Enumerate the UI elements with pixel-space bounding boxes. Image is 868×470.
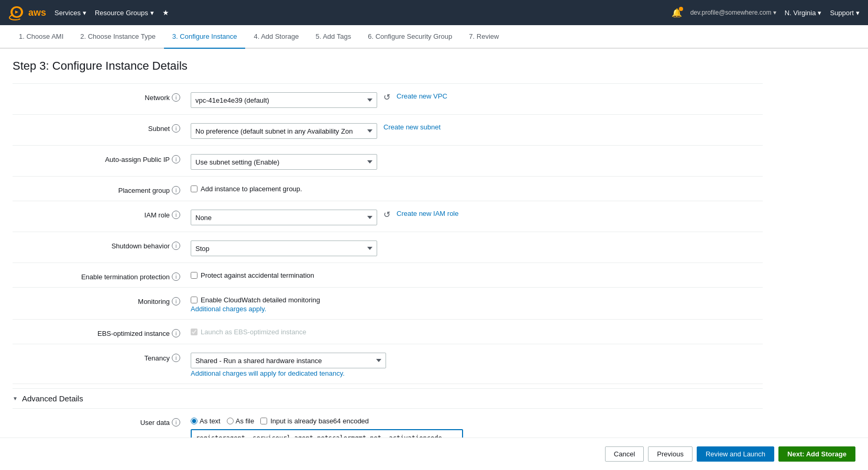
monitoring-info-icon[interactable]: i <box>172 297 180 305</box>
shutdown-behavior-select[interactable]: Stop Terminate <box>191 241 377 256</box>
resource-groups-chevron-icon: ▾ <box>150 9 154 17</box>
form-section: Network i vpc-41e1e4e39 (default) ↺ Crea… <box>13 83 763 384</box>
tenancy-select[interactable]: Shared - Run a shared hardware instance … <box>191 353 386 368</box>
shutdown-behavior-controls: Stop Terminate <box>191 238 763 256</box>
tab-add-tags[interactable]: 5. Add Tags <box>307 25 359 49</box>
user-info[interactable]: dev.profile@somewhere.com ▾ <box>690 9 776 16</box>
tenancy-controls: Shared - Run a shared hardware instance … <box>191 351 763 377</box>
termination-protection-controls: Protect against accidental termination <box>191 269 763 279</box>
ebs-optimized-info-icon[interactable]: i <box>172 329 180 337</box>
ebs-optimized-row: EBS-optimized instance i Launch as EBS-o… <box>13 320 763 344</box>
tab-add-storage[interactable]: 4. Add Storage <box>245 25 307 49</box>
next-add-storage-button[interactable]: Next: Add Storage <box>778 446 855 462</box>
network-controls: vpc-41e1e4e39 (default) ↺ Create new VPC <box>191 90 763 108</box>
user-data-radio-group: As text As file Input is already base64 … <box>191 417 369 425</box>
tenancy-additional-charges-link[interactable]: Additional charges will apply for dedica… <box>191 369 386 377</box>
tenancy-label: Tenancy i <box>13 351 191 362</box>
iam-role-label: IAM role i <box>13 207 191 219</box>
top-navigation: aws Services ▾ Resource Groups ▾ ★ 🔔 dev… <box>0 0 868 25</box>
network-label: Network i <box>13 90 191 102</box>
subnet-row: Subnet i No preference (default subnet i… <box>13 115 763 146</box>
subnet-info-icon[interactable]: i <box>172 124 180 133</box>
user-data-label: User data i <box>13 415 191 427</box>
termination-protection-row: Enable termination protection i Protect … <box>13 263 763 288</box>
wizard-tabs: 1. Choose AMI 2. Choose Instance Type 3.… <box>0 25 868 49</box>
notifications-bell-icon[interactable]: 🔔 <box>672 8 682 18</box>
create-new-subnet-link[interactable]: Create new subnet <box>383 123 441 131</box>
tenancy-info-icon[interactable]: i <box>172 354 180 362</box>
advanced-details-title: Advanced Details <box>22 394 83 403</box>
review-and-launch-button[interactable]: Review and Launch <box>697 446 774 462</box>
previous-button[interactable]: Previous <box>648 446 693 462</box>
tenancy-row: Tenancy i Shared - Run a shared hardware… <box>13 344 763 384</box>
user-data-base64-label[interactable]: Input is already base64 encoded <box>260 417 369 425</box>
iam-role-row: IAM role i None ↺ Create new IAM role <box>13 201 763 232</box>
bookmarks-icon[interactable]: ★ <box>162 8 169 17</box>
services-nav[interactable]: Services ▾ <box>54 9 86 17</box>
shutdown-behavior-row: Shutdown behavior i Stop Terminate <box>13 232 763 263</box>
termination-protection-checkbox[interactable] <box>191 272 197 279</box>
placement-group-info-icon[interactable]: i <box>172 186 180 194</box>
termination-protection-checkbox-label[interactable]: Protect against accidental termination <box>191 271 314 279</box>
cancel-button[interactable]: Cancel <box>605 446 644 462</box>
monitoring-controls: Enable CloudWatch detailed monitoring Ad… <box>191 294 763 313</box>
user-data-base64-checkbox[interactable] <box>260 418 267 424</box>
advanced-details-toggle[interactable]: ▼ Advanced Details <box>13 388 763 409</box>
network-select[interactable]: vpc-41e1e4e39 (default) <box>191 92 377 108</box>
monitoring-checkbox-label[interactable]: Enable CloudWatch detailed monitoring <box>191 296 320 304</box>
aws-logo[interactable]: aws <box>8 4 46 21</box>
network-refresh-icon[interactable]: ↺ <box>383 92 390 102</box>
placement-group-checkbox-label[interactable]: Add instance to placement group. <box>191 185 302 193</box>
auto-assign-ip-select[interactable]: Use subnet setting (Enable) <box>191 154 377 170</box>
tab-review[interactable]: 7. Review <box>460 25 507 49</box>
auto-assign-ip-row: Auto-assign Public IP i Use subnet setti… <box>13 146 763 177</box>
ebs-optimized-checkbox <box>191 329 197 335</box>
network-info-icon[interactable]: i <box>172 93 180 102</box>
placement-group-row: Placement group i Add instance to placem… <box>13 177 763 201</box>
notification-dot <box>679 7 683 11</box>
subnet-select[interactable]: No preference (default subnet in any Ava… <box>191 123 377 139</box>
create-new-iam-role-link[interactable]: Create new IAM role <box>397 210 459 217</box>
network-row: Network i vpc-41e1e4e39 (default) ↺ Crea… <box>13 84 763 115</box>
tab-configure-security-group[interactable]: 6. Configure Security Group <box>359 25 460 49</box>
placement-group-controls: Add instance to placement group. <box>191 183 763 193</box>
user-data-as-text-label[interactable]: As text <box>191 417 221 425</box>
shutdown-behavior-info-icon[interactable]: i <box>172 242 180 250</box>
support-menu[interactable]: Support ▾ <box>830 9 860 17</box>
ebs-optimized-label: EBS-optimized instance i <box>13 326 191 337</box>
iam-role-controls: None ↺ Create new IAM role <box>191 207 763 225</box>
region-chevron-icon: ▾ <box>818 9 821 17</box>
ebs-optimized-controls: Launch as EBS-optimized instance <box>191 326 763 336</box>
termination-protection-info-icon[interactable]: i <box>172 272 180 281</box>
user-data-info-icon[interactable]: i <box>172 418 180 427</box>
tab-configure-instance[interactable]: 3. Configure Instance <box>164 25 246 49</box>
create-new-vpc-link[interactable]: Create new VPC <box>397 92 447 100</box>
tab-choose-instance-type[interactable]: 2. Choose Instance Type <box>72 25 164 49</box>
ebs-optimized-checkbox-label: Launch as EBS-optimized instance <box>191 328 306 336</box>
advanced-details-chevron-icon: ▼ <box>13 396 18 401</box>
monitoring-checkbox[interactable] <box>191 297 197 303</box>
placement-group-checkbox[interactable] <box>191 185 197 192</box>
main-scroll-area: Step 3: Configure Instance Details Netwo… <box>0 49 868 462</box>
monitoring-label: Monitoring i <box>13 294 191 305</box>
resource-groups-nav[interactable]: Resource Groups ▾ <box>95 9 154 17</box>
region-selector[interactable]: N. Virginia ▾ <box>785 9 822 17</box>
iam-role-info-icon[interactable]: i <box>172 211 180 219</box>
user-data-as-text-radio[interactable] <box>191 418 197 424</box>
services-chevron-icon: ▾ <box>83 9 86 17</box>
tab-choose-ami[interactable]: 1. Choose AMI <box>10 25 72 49</box>
shutdown-behavior-label: Shutdown behavior i <box>13 238 191 250</box>
user-data-as-file-radio[interactable] <box>227 418 234 424</box>
footer-buttons: Cancel Previous Review and Launch Next: … <box>0 438 868 462</box>
iam-role-refresh-icon[interactable]: ↺ <box>383 210 390 220</box>
placement-group-label: Placement group i <box>13 183 191 194</box>
monitoring-additional-charges-link[interactable]: Additional charges apply. <box>191 305 320 313</box>
support-chevron-icon: ▾ <box>856 9 860 17</box>
iam-role-select[interactable]: None <box>191 210 377 225</box>
auto-assign-ip-info-icon[interactable]: i <box>172 155 180 163</box>
page-title: Step 3: Configure Instance Details <box>13 59 763 73</box>
auto-assign-ip-controls: Use subnet setting (Enable) <box>191 152 763 170</box>
subnet-controls: No preference (default subnet in any Ava… <box>191 121 763 139</box>
subnet-label: Subnet i <box>13 121 191 133</box>
user-data-as-file-label[interactable]: As file <box>227 417 254 425</box>
